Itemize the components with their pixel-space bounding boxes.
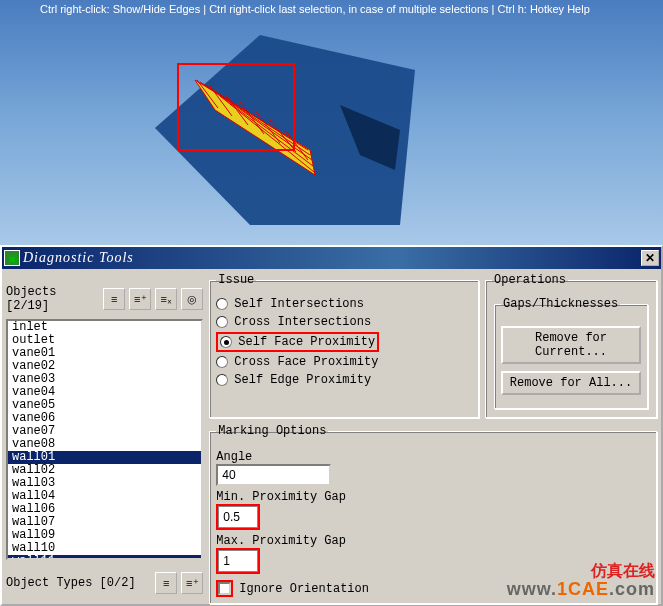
list-btn-4[interactable]: ◎ xyxy=(181,288,203,310)
remove-all-button[interactable]: Remove for All... xyxy=(501,371,641,395)
list-item[interactable]: wall11 xyxy=(8,555,201,558)
remove-current-button[interactable]: Remove for Current... xyxy=(501,326,641,364)
issue-radio[interactable] xyxy=(220,336,232,348)
ignore-orientation-checkbox[interactable] xyxy=(218,582,231,595)
issue-radio[interactable] xyxy=(216,298,228,310)
list-btn-1[interactable]: ≡ xyxy=(103,288,125,310)
object-types-label: Object Types [0/2] xyxy=(6,576,136,590)
operations-legend: Operations xyxy=(492,273,568,287)
operations-group: Operations Gaps/Thicknesses Remove for C… xyxy=(485,273,657,418)
list-btn-3[interactable]: ≡ₓ xyxy=(155,288,177,310)
list-btn-2[interactable]: ≡⁺ xyxy=(129,288,151,310)
issue-legend: Issue xyxy=(216,273,256,287)
ignore-orientation-label: Ignore Orientation xyxy=(239,582,369,596)
dialog-titlebar[interactable]: ▣ Diagnostic Tools ✕ xyxy=(2,247,661,269)
gaps-legend: Gaps/Thicknesses xyxy=(501,297,620,311)
objects-label: Objects [2/19] xyxy=(6,285,103,313)
dialog-icon: ▣ xyxy=(4,250,20,266)
maxprox-label: Max. Proximity Gap xyxy=(216,534,650,548)
close-button[interactable]: ✕ xyxy=(641,250,659,266)
issue-option-label: Cross Intersections xyxy=(234,315,371,329)
angle-label: Angle xyxy=(216,450,650,464)
diagnostic-tools-dialog: ▣ Diagnostic Tools ✕ Objects [2/19] ≡ ≡⁺… xyxy=(0,245,663,606)
geometry-scene xyxy=(0,0,663,245)
maxprox-input[interactable] xyxy=(218,550,258,572)
marking-legend: Marking Options xyxy=(216,424,328,438)
viewport-3d[interactable]: Ctrl right-click: Show/Hide Edges | Ctrl… xyxy=(0,0,663,245)
options-panel: Issue Self IntersectionsCross Intersecti… xyxy=(209,273,657,600)
objects-panel: Objects [2/19] ≡ ≡⁺ ≡ₓ ◎ inletoutletvane… xyxy=(6,273,203,600)
minprox-input[interactable] xyxy=(218,506,258,528)
objects-list[interactable]: inletoutletvane01vane02vane03vane04vane0… xyxy=(6,319,203,560)
issue-option-label: Cross Face Proximity xyxy=(234,355,378,369)
issue-option-label: Self Edge Proximity xyxy=(234,373,371,387)
issue-option-label: Self Intersections xyxy=(234,297,364,311)
issue-option-label: Self Face Proximity xyxy=(238,335,375,349)
issue-radio[interactable] xyxy=(216,374,228,386)
gaps-group: Gaps/Thicknesses Remove for Current... R… xyxy=(494,297,648,409)
types-btn-2[interactable]: ≡⁺ xyxy=(181,572,203,594)
issue-radio[interactable] xyxy=(216,356,228,368)
highlight-box xyxy=(177,63,295,151)
minprox-label: Min. Proximity Gap xyxy=(216,490,650,504)
issue-group: Issue Self IntersectionsCross Intersecti… xyxy=(209,273,479,418)
dialog-title: Diagnostic Tools xyxy=(23,250,641,266)
issue-radio[interactable] xyxy=(216,316,228,328)
types-btn-1[interactable]: ≡ xyxy=(155,572,177,594)
angle-input[interactable] xyxy=(216,464,331,486)
watermark: 仿真在线 www.1CAE.com xyxy=(507,562,655,598)
